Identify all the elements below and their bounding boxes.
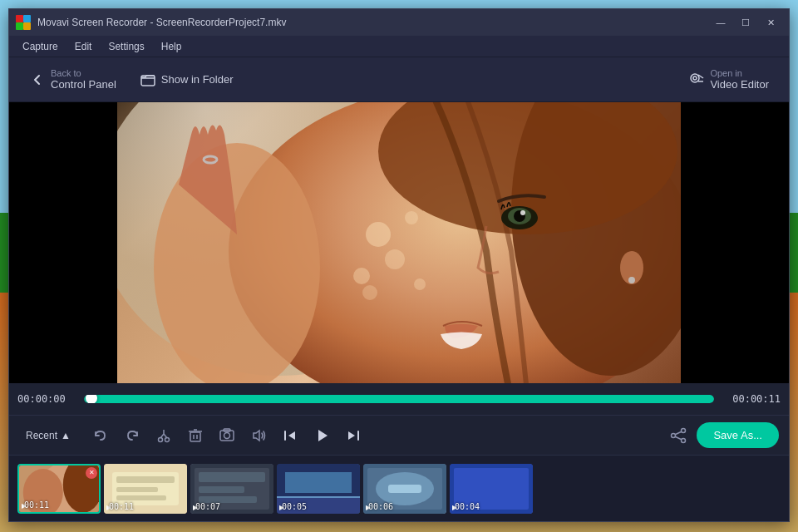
svg-rect-58: [199, 472, 265, 482]
recent-label: Recent: [26, 430, 57, 441]
svg-point-22: [385, 249, 405, 269]
thumbnail-4[interactable]: ▶ 00:05: [277, 464, 360, 514]
thumbnail-6[interactable]: ▶ 00:04: [450, 464, 533, 514]
video-letterbox-left: [9, 102, 117, 383]
video-frame: [112, 102, 686, 383]
svg-point-27: [158, 437, 162, 441]
play-button[interactable]: [308, 422, 335, 449]
back-label-main: Control Panel: [51, 78, 116, 91]
thumbnail-5[interactable]: ▶ 00:06: [363, 464, 446, 514]
svg-line-29: [160, 434, 164, 438]
svg-rect-68: [388, 485, 421, 493]
redo-button[interactable]: [119, 422, 145, 449]
time-start: 00:00:00: [17, 393, 76, 405]
close-button[interactable]: ✕: [759, 13, 782, 32]
svg-line-46: [676, 436, 682, 440]
recent-button[interactable]: Recent ▲: [19, 426, 77, 445]
undo-button[interactable]: [87, 422, 114, 449]
screenshot-button[interactable]: [214, 422, 240, 449]
maximize-button[interactable]: ☐: [734, 13, 757, 32]
minimize-button[interactable]: —: [709, 13, 732, 32]
thumbnail-close-1[interactable]: ✕: [86, 467, 97, 479]
thumbnail-3[interactable]: ▶ 00:07: [190, 464, 273, 514]
toolbar: Back to Control Panel Show in Folder Ope…: [9, 57, 789, 102]
svg-rect-3: [23, 22, 31, 30]
thumbnail-time-1: 00:11: [24, 500, 49, 510]
timeline-progress: [84, 395, 714, 403]
video-letterbox-right: [681, 102, 789, 383]
save-as-button[interactable]: Save As...: [697, 422, 779, 448]
video-area: [9, 102, 789, 383]
menu-help[interactable]: Help: [153, 39, 190, 54]
thumbnail-time-6: 00:04: [455, 502, 480, 511]
svg-point-26: [414, 278, 426, 290]
svg-rect-2: [16, 22, 23, 30]
recent-chevron-icon: ▲: [61, 430, 71, 441]
thumbnail-time-2: 00:11: [109, 502, 134, 511]
svg-line-45: [676, 431, 682, 435]
skip-forward-button[interactable]: [340, 422, 367, 449]
svg-point-6: [693, 76, 697, 80]
app-window: Movavi Screen Recorder - ScreenRecorderP…: [8, 8, 790, 522]
skip-back-button[interactable]: [277, 422, 303, 449]
show-in-folder-button[interactable]: Show in Folder: [130, 66, 244, 93]
svg-point-5: [691, 74, 699, 82]
svg-rect-55: [116, 495, 166, 500]
app-icon: [16, 15, 31, 30]
window-controls: — ☐ ✕: [709, 13, 782, 32]
share-button[interactable]: [665, 422, 692, 449]
svg-rect-54: [116, 487, 158, 492]
svg-point-25: [362, 285, 377, 300]
menu-settings[interactable]: Settings: [100, 39, 152, 54]
svg-rect-59: [199, 486, 244, 493]
menu-capture[interactable]: Capture: [14, 39, 66, 54]
svg-rect-63: [285, 472, 352, 493]
menu-edit[interactable]: Edit: [66, 39, 101, 54]
menu-bar: Capture Edit Settings Help: [9, 36, 789, 57]
open-in-editor-line2: Video Editor: [710, 78, 769, 91]
delete-button[interactable]: [182, 422, 209, 449]
svg-rect-0: [16, 15, 23, 22]
svg-point-13: [154, 143, 320, 383]
svg-point-38: [224, 432, 229, 438]
thumbnail-time-3: 00:07: [195, 502, 220, 511]
controls-bar: Recent ▲: [9, 415, 789, 455]
svg-point-20: [628, 277, 635, 283]
show-in-folder-label: Show in Folder: [161, 73, 234, 86]
svg-point-18: [520, 210, 525, 215]
thumbnail-time-4: 00:05: [282, 502, 307, 511]
thumbnail-strip: ✕ ▶ 00:11 ▶ 00:11: [9, 455, 789, 521]
svg-rect-32: [190, 432, 200, 441]
title-bar: Movavi Screen Recorder - ScreenRecorderP…: [9, 9, 789, 36]
svg-rect-1: [23, 15, 31, 22]
timeline-handle[interactable]: [86, 395, 97, 403]
timeline-area: 00:00:00 00:00:11: [9, 383, 789, 415]
thumbnail-1[interactable]: ✕ ▶ 00:11: [17, 464, 101, 514]
volume-button[interactable]: [245, 422, 272, 449]
thumbnail-2[interactable]: ▶ 00:11: [104, 464, 187, 514]
svg-point-44: [672, 433, 676, 437]
svg-point-42: [682, 428, 686, 432]
cut-button[interactable]: [150, 422, 177, 449]
back-to-control-panel-button[interactable]: Back to Control Panel: [19, 63, 126, 96]
svg-point-21: [366, 222, 391, 247]
thumbnail-time-5: 00:06: [368, 502, 393, 511]
open-in-editor-line1: Open in: [710, 68, 769, 78]
back-label-small: Back to: [51, 68, 116, 78]
video-content: [112, 102, 686, 383]
svg-rect-53: [116, 476, 175, 483]
timeline-track[interactable]: [84, 395, 714, 403]
svg-point-28: [165, 437, 169, 441]
window-title: Movavi Screen Recorder - ScreenRecorderP…: [37, 17, 709, 28]
svg-line-30: [164, 434, 167, 438]
svg-point-24: [405, 211, 418, 224]
open-in-video-editor-button[interactable]: Open in Video Editor: [678, 63, 779, 96]
time-end: 00:00:11: [722, 393, 781, 405]
svg-point-43: [682, 438, 686, 442]
svg-point-23: [353, 268, 370, 284]
